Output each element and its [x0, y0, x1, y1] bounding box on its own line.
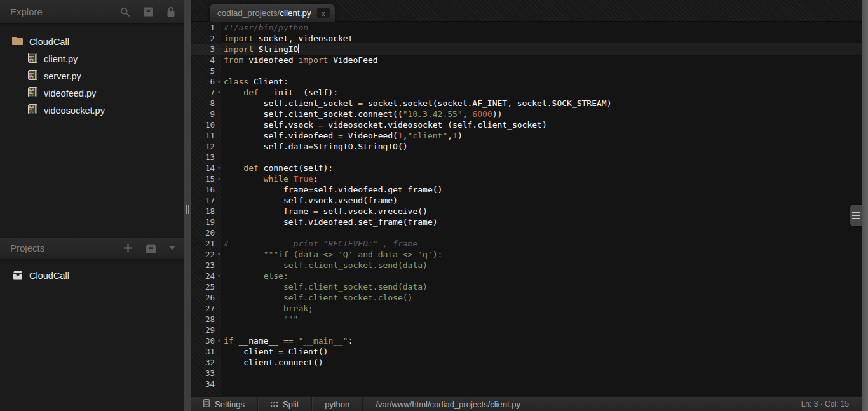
line-number-2: 2 [191, 33, 221, 44]
code-line-33[interactable] [221, 368, 862, 379]
line-number-22: 22▾ [191, 249, 221, 260]
code-line-10[interactable]: self.vsock = videosocket.videosocket (se… [221, 119, 862, 130]
line-number-18: 18 [191, 206, 221, 217]
code-line-25[interactable]: self.client_socket.send(data) [221, 281, 862, 292]
code-editor[interactable]: 123456▾7▾891011121314▾15▾16171819202122▾… [191, 22, 862, 396]
settings-icon [203, 399, 210, 409]
file-label: server.py [44, 71, 81, 81]
fold-toggle-icon[interactable]: ▾ [217, 271, 220, 281]
line-number-3: 3 [191, 44, 221, 55]
fold-toggle-icon[interactable]: ▾ [217, 249, 220, 260]
right-sidebar-handle[interactable] [850, 205, 862, 226]
status-bar: Settings Split python /var/www/html/codi… [191, 396, 862, 411]
fold-toggle-icon[interactable]: ▾ [217, 87, 220, 98]
file-label: videosocket.py [44, 105, 105, 116]
explore-title: Explore [10, 6, 43, 17]
line-number-8: 8 [191, 98, 221, 109]
code-line-24[interactable]: else: [221, 271, 862, 281]
code-line-32[interactable]: client.connect() [221, 357, 862, 368]
code-line-17[interactable]: self.vsock.vsend(frame) [221, 195, 862, 206]
code-line-19[interactable]: self.videofeed.set_frame(frame) [221, 217, 862, 227]
upload-box-icon[interactable] [142, 6, 154, 17]
project-item-cloudcall[interactable]: CloudCall [0, 267, 184, 285]
text-cursor [298, 44, 299, 53]
code-line-12[interactable]: self.data=StringIO.StringIO() [221, 141, 862, 152]
tab-dir-label: codiad_projects/ [217, 8, 280, 18]
file-item-videofeed-py[interactable]: videofeed.py [0, 84, 184, 102]
search-icon[interactable] [119, 6, 130, 17]
code-line-27[interactable]: break; [221, 303, 862, 314]
file-item-client-py[interactable]: client.py [0, 50, 184, 67]
line-number-19: 19 [191, 217, 221, 227]
file-path: /var/www/html/codiad_projects/client.py [363, 397, 533, 411]
code-line-31[interactable]: client = Client() [221, 346, 862, 357]
line-number-25: 25 [191, 281, 221, 292]
code-line-34[interactable] [221, 379, 862, 389]
lock-icon[interactable] [166, 6, 175, 17]
code-line-6[interactable]: class Client: [221, 76, 862, 87]
line-number-31: 31 [191, 346, 221, 357]
code-line-1[interactable]: #!/usr/bin/python [221, 22, 862, 33]
explore-header: Explore [0, 0, 184, 23]
code-line-2[interactable]: import socket, videosocket [221, 33, 862, 44]
split-icon [271, 400, 278, 409]
folder-icon [11, 36, 24, 48]
split-button[interactable]: Split [258, 397, 311, 411]
code-line-15[interactable]: while True: [221, 173, 862, 184]
code-line-18[interactable]: frame = self.vsock.vreceive() [221, 206, 862, 217]
right-sidebar-strip[interactable] [862, 0, 868, 411]
code-line-28[interactable]: """ [221, 314, 862, 325]
file-item-videosocket-py[interactable]: videosocket.py [0, 102, 184, 119]
fold-toggle-icon[interactable]: ▾ [217, 76, 220, 87]
gutter: 123456▾7▾891011121314▾15▾16171819202122▾… [191, 22, 221, 396]
line-number-32: 32 [191, 357, 221, 368]
code-line-9[interactable]: self.client_socket.connect(("10.3.42.55"… [221, 109, 862, 119]
line-number-17: 17 [191, 195, 221, 206]
collapse-caret-icon[interactable] [169, 246, 175, 250]
divider-grip-icon[interactable] [186, 205, 189, 214]
code-line-26[interactable]: self.client_socket.close() [221, 292, 862, 303]
code-line-13[interactable] [221, 152, 862, 163]
line-number-16: 16 [191, 184, 221, 195]
project-box-icon[interactable] [145, 243, 157, 253]
line-number-33: 33 [191, 368, 221, 379]
hamburger-icon [852, 215, 860, 216]
tab-client-py[interactable]: codiad_projects/client.py x [210, 4, 335, 22]
code-line-16[interactable]: frame=self.videofeed.get_frame() [221, 184, 862, 195]
code-line-29[interactable] [221, 325, 862, 335]
code-line-21[interactable]: # print "RECIEVED:" , frame [221, 238, 862, 249]
code-line-22[interactable]: """if (data <> 'Q' and data <> 'q'): [221, 249, 862, 260]
line-number-12: 12 [191, 141, 221, 152]
line-number-30: 30▾ [191, 335, 221, 346]
syntax-mode-button[interactable]: python [312, 397, 362, 411]
settings-label: Settings [215, 400, 245, 409]
code-line-14[interactable]: def connect(self): [221, 163, 862, 173]
code-line-3[interactable]: import StringIO [221, 44, 862, 55]
code-line-20[interactable] [221, 227, 862, 238]
line-number-7: 7▾ [191, 87, 221, 98]
file-item-server-py[interactable]: server.py [0, 67, 184, 84]
code-line-23[interactable]: self.client_socket.send(data) [221, 260, 862, 271]
cursor-position: Ln: 3 · Col: 15 [801, 400, 862, 408]
fold-toggle-icon[interactable]: ▾ [217, 173, 220, 184]
code-line-11[interactable]: self.videofeed = VideoFeed(1,"client",1) [221, 130, 862, 141]
code-line-5[interactable] [221, 65, 862, 76]
code-line-7[interactable]: def __init__(self): [221, 87, 862, 98]
project-list: CloudCall [0, 267, 184, 285]
folder-label: CloudCall [29, 37, 69, 47]
code-line-8[interactable]: self.client_socket = socket.socket(socke… [221, 98, 862, 109]
left-sidebar: Explore CloudCall client.pyserver.pyvide… [0, 0, 184, 411]
code-line-4[interactable]: from videofeed import VideoFeed [221, 55, 862, 65]
code-line-30[interactable]: if __name__ == "__main__": [221, 335, 862, 346]
settings-button[interactable]: Settings [191, 397, 257, 411]
sidebar-resize-divider[interactable] [184, 0, 191, 411]
tab-close-icon[interactable]: x [317, 8, 330, 18]
code-area[interactable]: #!/usr/bin/pythonimport socket, videosoc… [221, 22, 862, 396]
code-file-icon [28, 70, 37, 82]
line-number-14: 14▾ [191, 163, 221, 173]
fold-toggle-icon[interactable]: ▾ [217, 335, 220, 346]
add-project-icon[interactable] [123, 243, 133, 253]
line-number-29: 29 [191, 325, 221, 335]
folder-item-cloudcall[interactable]: CloudCall [0, 33, 184, 50]
fold-toggle-icon[interactable]: ▾ [217, 163, 220, 173]
